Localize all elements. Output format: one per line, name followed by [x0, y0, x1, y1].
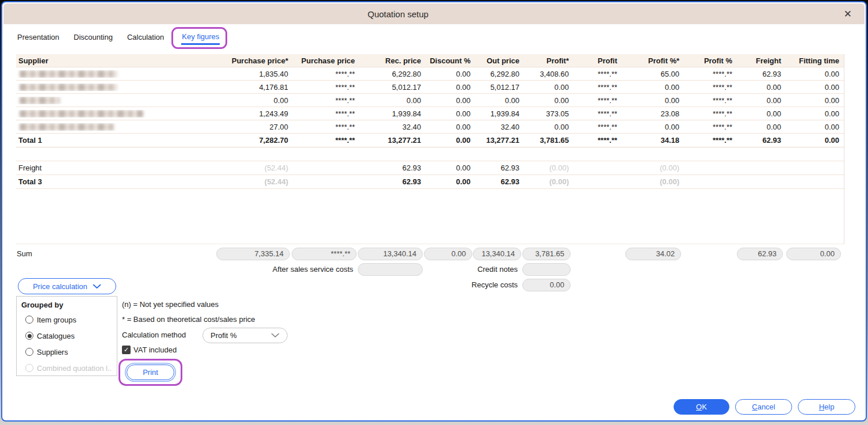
table-cell: (0.00) [619, 177, 681, 186]
table-cell: 1,939.84 [472, 109, 521, 118]
vat-included-checkbox[interactable]: ✓ VAT included [122, 346, 177, 354]
table-cell: 0.00 [521, 83, 571, 92]
table-cell: 7,282.70 [198, 136, 290, 145]
radio-selected-icon [25, 332, 33, 340]
radio-suppliers[interactable]: Suppliers [21, 344, 112, 360]
redacted-supplier-name [20, 97, 60, 104]
tab-key-figures[interactable]: Key figures [181, 32, 220, 45]
redacted-supplier-name [20, 123, 114, 131]
supplier-row: 1,835.40****.**6,292.800.006,292.803,408… [16, 67, 844, 81]
tab-calculation[interactable]: Calculation [127, 33, 165, 45]
sum-cell: 62.93 [734, 248, 783, 260]
supplier-cell [16, 84, 198, 91]
sum-cell [357, 263, 423, 276]
table-cell: (0.00) [521, 164, 571, 172]
table-cell: ****.** [290, 109, 357, 118]
radio-label: Item groups [37, 316, 77, 324]
table-cell: 0.00 [521, 123, 571, 131]
table-cell: (0.00) [619, 164, 681, 172]
sum-field: 13,340.14 [473, 248, 521, 260]
screen-backdrop: Quotation setup ✕ Presentation Discounti… [0, 0, 868, 425]
table-cell: ****.** [681, 109, 734, 118]
table-cell: 0.00 [472, 96, 521, 105]
total-1-row: Total 17,282.70****.**13,277.210.0013,27… [16, 134, 844, 147]
table-cell: 23.08 [619, 109, 681, 118]
column-header: Supplier [16, 56, 198, 65]
table-cell: 0.00 [423, 70, 472, 78]
recycle-costs-row: Recycle costs0.00 [16, 278, 844, 291]
calculation-method-label: Calculation method [122, 331, 186, 339]
table-cell: ****.** [681, 123, 734, 131]
sum-section: Sum7,335.14****.**13,340.140.0013,340.14… [16, 247, 844, 294]
radio-label: Suppliers [37, 348, 68, 356]
sum-cell: 0.00 [783, 248, 841, 260]
sum-row: Sum7,335.14****.**13,340.140.0013,340.14… [16, 247, 844, 260]
grouped-by-options: Item groupsCataloguesSuppliersCombined q… [21, 312, 112, 376]
table-cell: ****.** [571, 136, 619, 145]
table-cell: ****.** [290, 70, 357, 78]
table-cell: ****.** [571, 123, 619, 131]
table-cell: 6,292.80 [357, 70, 423, 78]
sum-field: 34.02 [625, 248, 681, 260]
help-button[interactable]: Help [798, 399, 855, 415]
grouped-by-panel: Grouped by Item groupsCataloguesSupplier… [16, 296, 117, 376]
freight-row: Freight(52.44)62.930.0062.93(0.00)(0.00) [16, 161, 844, 175]
cancel-button[interactable]: Cancel [735, 399, 792, 415]
print-button[interactable]: Print [127, 365, 174, 380]
column-header: Discount % [423, 56, 472, 65]
sum-cell: 3,781.65 [521, 248, 571, 260]
total-row-label: Total 1 [16, 136, 198, 145]
table-cell: 5,012.17 [357, 83, 423, 92]
tab-discounting[interactable]: Discounting [73, 33, 113, 45]
table-cell: 3,408.60 [521, 70, 571, 78]
table-cell: ****.** [681, 136, 734, 145]
total-3-row: Total 3(52.44)62.930.0062.93(0.00)(0.00) [16, 175, 844, 189]
supplier-cell [16, 110, 198, 117]
redacted-supplier-name [20, 70, 117, 78]
sum-field: 7,335.14 [216, 248, 290, 260]
table-cell: 0.00 [423, 83, 472, 92]
column-header: Out price [472, 56, 521, 65]
calculation-method-dropdown[interactable]: Profit % [202, 328, 288, 343]
table-cell: 0.00 [423, 136, 472, 145]
supplier-row: 4,176.81****.**5,012.170.005,012.170.00*… [16, 81, 844, 94]
table-cell: 62.93 [472, 177, 521, 186]
sum-field: ****.** [292, 248, 357, 260]
table-cell: 0.00 [619, 83, 681, 92]
table-cell: 34.18 [619, 136, 681, 145]
sum-cell: 13,340.14 [472, 248, 521, 260]
price-calculation-button[interactable]: Price calculation [18, 278, 116, 294]
table-cell: ****.** [681, 83, 734, 92]
column-header: Profit % [681, 56, 734, 65]
table-cell: 13,277.21 [472, 136, 521, 145]
radio-item-groups[interactable]: Item groups [21, 312, 112, 328]
table-cell: (52.44) [198, 164, 290, 172]
table-cell: 32.40 [472, 123, 521, 131]
vat-included-label: VAT included [133, 346, 177, 354]
sum-cell [521, 263, 571, 276]
table-header-row: SupplierPurchase price*Purchase priceRec… [16, 54, 844, 67]
table-cell: ****.** [681, 96, 734, 105]
table-cell: 0.00 [423, 164, 472, 172]
supplier-cell [16, 97, 198, 104]
legend-note-1: (n) = Not yet specified values [122, 300, 219, 309]
sum-label: Sum [16, 249, 198, 258]
table-cell: 373.05 [521, 109, 571, 118]
table-cell: 5,012.17 [472, 83, 521, 92]
radio-catalogues[interactable]: Catalogues [21, 328, 112, 344]
price-calculation-label: Price calculation [33, 282, 87, 291]
radio-label: Combined quotation l... [37, 364, 112, 373]
tab-key-figures-label: Key figures [182, 32, 219, 41]
sum-cell: 34.02 [619, 248, 681, 260]
table-cell: 65.00 [619, 70, 681, 78]
table-cell: 1,243.49 [198, 109, 290, 118]
credit-notes-field [522, 263, 571, 276]
sum-field: 13,340.14 [358, 248, 423, 260]
table-cell: 0.00 [783, 96, 841, 105]
table-cell: 0.00 [521, 96, 571, 105]
table-cell: 62.93 [472, 164, 521, 172]
sum-field: 3,781.65 [522, 248, 571, 260]
tab-presentation[interactable]: Presentation [17, 33, 60, 45]
ok-button[interactable]: OK [674, 399, 729, 415]
close-icon[interactable]: ✕ [844, 8, 852, 20]
